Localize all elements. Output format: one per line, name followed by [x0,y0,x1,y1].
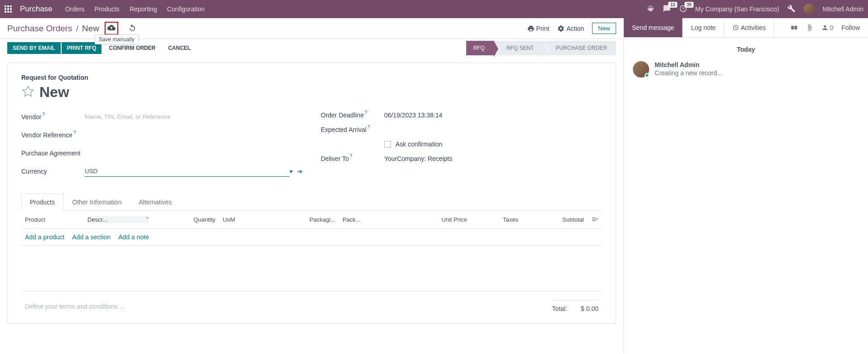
deadline-value[interactable]: 06/19/2023 13:38:14 [384,112,442,119]
new-button[interactable]: New [592,23,616,34]
terms-input[interactable]: Define your terms and conditions ... [25,303,125,310]
log-note-tab[interactable]: Log note [683,18,724,37]
send-by-email-button[interactable]: SEND BY EMAIL [7,42,61,54]
status-rfq-sent[interactable]: RFQ SENT [494,41,543,55]
status-bar: RFQ RFQ SENT PURCHASE ORDER [466,41,616,55]
breadcrumb-current: New [82,24,99,34]
nav-orders[interactable]: Orders [65,5,85,13]
nav-reporting[interactable]: Reporting [130,5,157,13]
order-lines-table: Product Descr...˄ Quantity UoM Packagi..… [21,211,602,291]
apps-icon[interactable] [5,5,12,13]
nav-products[interactable]: Products [95,5,120,13]
action-dropdown[interactable]: Action [557,25,584,32]
breadcrumb-parent[interactable]: Purchase Orders [7,24,72,34]
status-purchase-order[interactable]: PURCHASE ORDER [543,41,616,55]
help-icon[interactable]: ? [42,112,45,117]
col-product[interactable]: Product [21,211,84,229]
breadcrumb-separator: / [76,24,78,34]
company-switcher[interactable]: My Company (San Francisco) [695,5,779,13]
arrival-label: Expected Arrival [321,126,366,133]
vendor-input[interactable] [85,112,303,122]
cancel-button[interactable]: CANCEL [162,42,197,54]
record-subtitle: Request for Quotation [21,74,602,81]
messages-badge: 10 [668,2,677,8]
col-packaging[interactable]: Packagi... [264,211,339,229]
breadcrumb-bar: Purchase Orders / New Save manually Prin… [0,18,623,39]
tab-bar: Products Other Information Alternatives [21,193,602,211]
col-unit-price[interactable]: Unit Price [396,211,471,229]
nav-configuration[interactable]: Configuration [167,5,205,13]
help-icon[interactable]: ? [367,125,370,130]
total-value: $ 0.00 [581,305,598,312]
help-icon[interactable]: ? [73,130,76,135]
agreement-input[interactable] [85,148,303,159]
message-avatar [633,61,649,78]
chatter-panel: Send message Log note Activities 0 Follo… [623,18,868,354]
top-navbar: Purchase Orders Products Reporting Confi… [0,0,868,18]
user-menu[interactable]: Mitchell Admin [823,5,863,13]
total-label: Total: [552,305,567,312]
col-options-icon[interactable] [588,211,602,229]
ask-confirmation-label: Ask confirmation [395,141,442,148]
vendor-ref-label: Vendor Reference [21,131,72,139]
deadline-label: Order Deadline [321,112,364,119]
agreement-label: Purchase Agreement [21,150,81,157]
currency-input[interactable] [85,166,289,177]
vendor-ref-input[interactable] [85,130,303,141]
save-button[interactable]: Save manually [105,22,118,35]
save-tooltip: Save manually [95,34,139,44]
sort-asc-icon[interactable]: ˄ [146,216,149,223]
col-uom[interactable]: UoM [219,211,264,229]
priority-star-icon[interactable] [21,85,35,100]
chat-message: Mitchell Admin Creating a new record... [624,61,868,78]
follow-button[interactable]: Follow [842,24,860,31]
deliver-to-value[interactable]: YourCompany: Receipts [384,155,452,162]
help-icon[interactable]: ? [350,154,352,159]
tab-products[interactable]: Products [21,194,63,211]
add-section-link[interactable]: Add a section [72,233,111,241]
attachment-icon[interactable] [806,24,813,31]
debug-icon[interactable] [787,5,796,14]
external-link-icon[interactable]: ➔ [297,168,303,175]
add-product-link[interactable]: Add a product [25,233,64,241]
col-subtotal[interactable]: Subtotal [522,211,588,229]
actions-row: SEND BY EMAIL PRINT RFQ CONFIRM ORDER CA… [0,39,623,57]
followers-icon[interactable]: 0 [821,24,834,31]
message-author[interactable]: Mitchell Admin [655,61,722,68]
user-avatar[interactable] [804,4,815,15]
col-pack[interactable]: Pack... [339,211,396,229]
help-icon[interactable]: ? [365,110,367,115]
col-quantity[interactable]: Quantity [153,211,219,229]
vendor-label: Vendor [21,113,41,121]
tab-other-info[interactable]: Other Information [63,194,130,211]
status-rfq[interactable]: RFQ [466,41,494,55]
presence-indicator [645,73,649,78]
add-note-link[interactable]: Add a note [118,233,149,241]
activities-icon[interactable]: 39 [679,5,687,14]
activities-tab[interactable]: Activities [724,18,774,37]
messages-icon[interactable]: 10 [663,5,671,14]
col-description[interactable]: Descr...˄ [84,211,153,229]
tray-icon[interactable] [646,5,655,14]
brand-title[interactable]: Purchase [20,5,53,14]
activities-badge: 39 [685,2,693,8]
empty-lines-area [21,246,602,291]
send-message-tab[interactable]: Send message [624,18,683,37]
col-taxes[interactable]: Taxes [471,211,522,229]
currency-label: Currency [21,168,47,175]
ask-confirmation-checkbox[interactable] [384,141,391,148]
discard-button[interactable] [128,24,136,33]
print-button[interactable]: Print [527,25,550,32]
record-title: New [39,84,69,101]
message-text: Creating a new record... [655,69,722,77]
chevron-down-icon[interactable]: ▾ [289,168,293,175]
book-icon[interactable] [791,24,798,31]
form-card: Request for Quotation New Vendor? Vendor… [7,63,616,324]
date-separator: Today [624,38,868,61]
tab-alternatives[interactable]: Alternatives [130,194,180,211]
deliver-to-label: Deliver To [321,155,349,162]
